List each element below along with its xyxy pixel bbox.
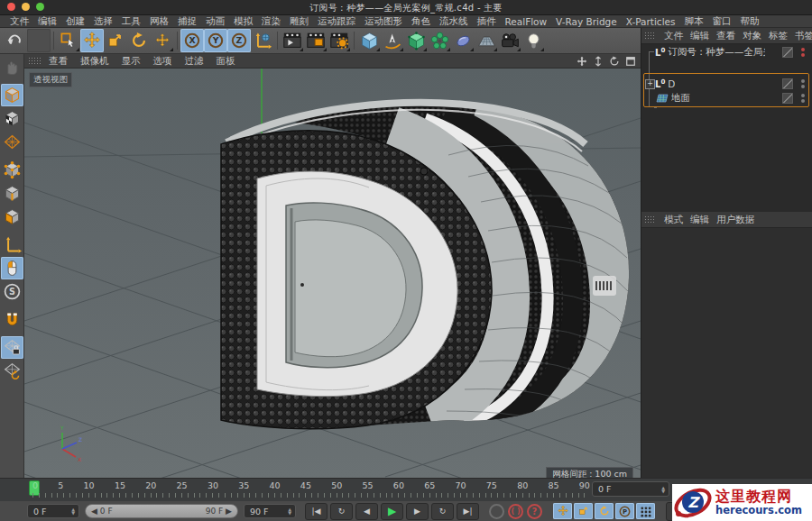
visibility-dots[interactable] bbox=[801, 48, 805, 57]
am-menu-item-0[interactable]: 模式 bbox=[660, 214, 687, 226]
record-position-button[interactable] bbox=[553, 503, 572, 519]
menu-item-10[interactable]: 雕刻 bbox=[285, 15, 313, 28]
om-menu-item-0[interactable]: 文件 bbox=[660, 30, 687, 42]
menu-item-19[interactable]: 脚本 bbox=[679, 15, 707, 28]
viewport-select-button[interactable] bbox=[1, 257, 23, 279]
lock-z-axis-button[interactable]: Z bbox=[227, 29, 251, 52]
range-right-arrow-icon[interactable]: ▶ bbox=[226, 507, 232, 516]
visibility-dots[interactable] bbox=[801, 79, 805, 88]
play-button[interactable]: ▶ bbox=[381, 503, 403, 520]
workplane-mode-button[interactable] bbox=[1, 131, 23, 153]
viewport-menu-item-0[interactable]: 查看 bbox=[42, 55, 74, 68]
add-camera-button[interactable] bbox=[498, 29, 521, 52]
menu-item-4[interactable]: 工具 bbox=[117, 15, 145, 28]
object-row-project[interactable]: L0 订阅号：种梦——全局光案例 bbox=[641, 45, 812, 59]
live-selection-button[interactable] bbox=[57, 29, 80, 52]
undo-button[interactable] bbox=[4, 29, 27, 52]
menu-item-12[interactable]: 运动图形 bbox=[360, 15, 407, 28]
menu-item-21[interactable]: 帮助 bbox=[735, 15, 763, 28]
scale-tool-button[interactable] bbox=[104, 29, 127, 52]
menu-item-6[interactable]: 捕捉 bbox=[173, 15, 201, 28]
render-toggle-icon[interactable] bbox=[782, 78, 793, 89]
record-rotation-button[interactable] bbox=[595, 503, 614, 519]
add-primitive-button[interactable] bbox=[357, 29, 381, 52]
add-deformer-button[interactable] bbox=[451, 29, 475, 52]
object-label[interactable]: D bbox=[668, 78, 675, 89]
menu-item-1[interactable]: 编辑 bbox=[33, 15, 61, 28]
rotate-tool-button[interactable] bbox=[127, 29, 151, 52]
toggle-view-icon[interactable] bbox=[624, 55, 637, 68]
menu-item-2[interactable]: 创建 bbox=[61, 15, 89, 28]
visibility-dots[interactable] bbox=[801, 94, 805, 103]
spinner-arrows-icon[interactable]: ▲▼ bbox=[288, 507, 291, 515]
render-toggle-icon[interactable] bbox=[782, 47, 793, 58]
autokey-button[interactable] bbox=[489, 504, 504, 519]
viewport-menu-item-5[interactable]: 面板 bbox=[210, 55, 242, 68]
aux-frame-field[interactable]: 0 F ▲▼ bbox=[592, 481, 669, 497]
record-parameter-button[interactable]: P bbox=[615, 503, 634, 519]
om-menu-item-3[interactable]: 对象 bbox=[739, 30, 765, 42]
view-label[interactable]: 透视视图 bbox=[29, 72, 72, 87]
am-menu-item-2[interactable]: 用户数据 bbox=[713, 214, 758, 226]
om-menu-item-5[interactable]: 书签 bbox=[791, 30, 812, 42]
frame-range-slider[interactable]: ◀ 0 F 90 F ▶ bbox=[85, 504, 238, 518]
viewport-canvas[interactable]: Y X Z bbox=[24, 69, 641, 478]
end-frame-field[interactable]: 90 F ▲▼ bbox=[244, 504, 296, 518]
model-mode-button[interactable] bbox=[1, 84, 23, 106]
viewport-menu-item-4[interactable]: 过滤 bbox=[179, 55, 210, 68]
panel-grip-icon[interactable] bbox=[644, 215, 655, 224]
current-frame-field[interactable]: 0 F ▲▼ bbox=[27, 504, 79, 518]
om-menu-item-2[interactable]: 查看 bbox=[713, 30, 739, 42]
range-left-arrow-icon[interactable]: ◀ bbox=[91, 507, 97, 516]
polygons-mode-button[interactable] bbox=[1, 206, 23, 228]
menu-item-8[interactable]: 模拟 bbox=[229, 15, 257, 28]
menu-item-0[interactable]: 文件 bbox=[5, 15, 33, 28]
loop-button[interactable]: ↻ bbox=[431, 503, 454, 520]
render-view-button[interactable] bbox=[281, 29, 304, 52]
keyframe-selection-button[interactable]: ? bbox=[527, 504, 542, 519]
am-menu-item-1[interactable]: 编辑 bbox=[687, 214, 713, 226]
render-toggle-icon[interactable] bbox=[782, 93, 793, 104]
object-row-d[interactable]: L0 D bbox=[641, 77, 812, 90]
redo-button[interactable] bbox=[27, 29, 51, 52]
add-environment-button[interactable] bbox=[475, 29, 498, 52]
panel-grip-icon[interactable] bbox=[28, 57, 41, 66]
last-used-tool-button[interactable] bbox=[151, 29, 174, 52]
om-menu-item-1[interactable]: 编辑 bbox=[687, 30, 713, 42]
menu-item-5[interactable]: 网格 bbox=[145, 15, 173, 28]
record-scale-button[interactable] bbox=[574, 503, 593, 519]
lock-workplane-button[interactable] bbox=[1, 336, 23, 359]
viewport-menu-item-1[interactable]: 摄像机 bbox=[74, 55, 115, 68]
object-label[interactable]: 订阅号：种梦——全局光案例 bbox=[668, 46, 765, 59]
next-frame-button[interactable]: ▶ bbox=[406, 503, 429, 520]
menu-item-13[interactable]: 角色 bbox=[407, 15, 435, 28]
menu-item-15[interactable]: 插件 bbox=[473, 15, 501, 28]
points-mode-button[interactable] bbox=[1, 159, 23, 181]
snap-settings-button[interactable]: S bbox=[1, 280, 23, 303]
render-settings-button[interactable] bbox=[328, 29, 351, 52]
lock-y-axis-button[interactable]: Y bbox=[204, 29, 227, 52]
move-tool-button[interactable] bbox=[80, 29, 104, 52]
previous-frame-button[interactable]: ◀ bbox=[355, 503, 378, 520]
lock-x-axis-button[interactable]: X bbox=[180, 29, 204, 52]
render-region-button[interactable] bbox=[304, 29, 328, 52]
menu-item-3[interactable]: 选择 bbox=[89, 15, 117, 28]
zoom-view-icon[interactable] bbox=[592, 55, 604, 68]
planar-workplane-button[interactable] bbox=[1, 360, 23, 382]
play-backwards-button[interactable]: ↻ bbox=[330, 503, 353, 520]
menu-item-11[interactable]: 运动跟踪 bbox=[313, 15, 360, 28]
panel-grip-icon[interactable] bbox=[644, 32, 655, 41]
record-keyframe-button[interactable]: ( ) bbox=[508, 504, 523, 519]
coordinate-system-button[interactable] bbox=[251, 29, 274, 52]
make-editable-button[interactable] bbox=[1, 56, 23, 78]
menu-item-9[interactable]: 渲染 bbox=[257, 15, 285, 28]
object-label[interactable]: 地面 bbox=[671, 92, 690, 105]
object-row-floor[interactable]: 地面 bbox=[641, 91, 812, 105]
edges-mode-button[interactable] bbox=[1, 182, 23, 205]
spinner-arrows-icon[interactable]: ▲▼ bbox=[661, 486, 665, 493]
menu-item-17[interactable]: V-Ray Bridge bbox=[551, 16, 622, 27]
menu-item-14[interactable]: 流水线 bbox=[435, 15, 473, 28]
pan-view-icon[interactable] bbox=[576, 55, 588, 68]
rotate-view-icon[interactable] bbox=[608, 55, 621, 68]
texture-mode-button[interactable] bbox=[1, 107, 23, 130]
